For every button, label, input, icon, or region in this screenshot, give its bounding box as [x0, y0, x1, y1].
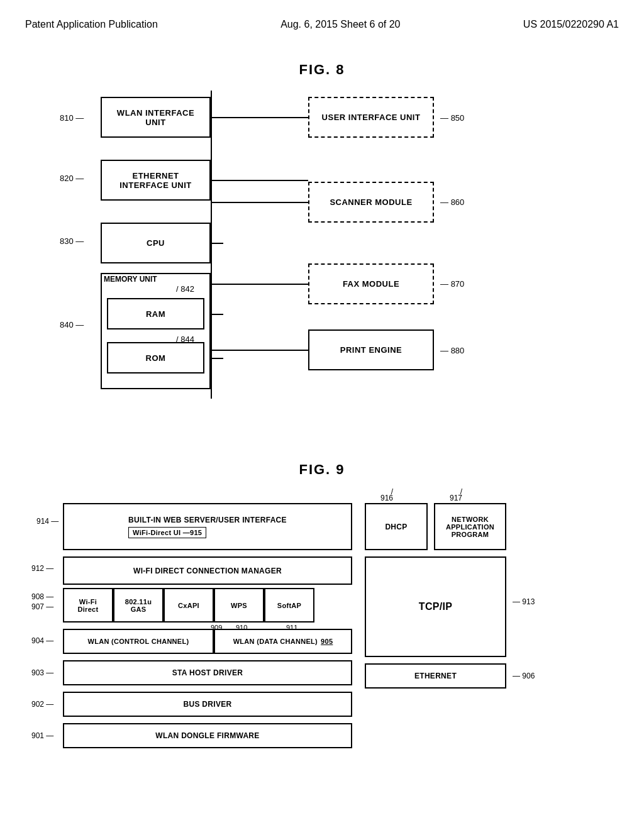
label-850: — 850 [440, 113, 464, 123]
fig9-80211u-box: 802.11u GAS [113, 588, 164, 622]
fig8-cpu-box: CPU [101, 223, 211, 263]
fig8-rom-box: ROM [107, 342, 204, 374]
fig8-diagram: WLAN INTERFACE UNIT ETHERNET INTERFACE U… [25, 91, 619, 443]
label-880: — 880 [440, 346, 464, 355]
fig9-dhcp-box: DHCP [365, 503, 428, 550]
header: Patent Application Publication Aug. 6, 2… [25, 13, 619, 43]
label-912: 912 — [31, 564, 53, 573]
fig9-title: FIG. 9 [25, 462, 619, 478]
fig9-softap-box: SoftAP [264, 588, 314, 622]
label-844: / 844 [176, 335, 194, 344]
page: Patent Application Publication Aug. 6, 2… [0, 0, 644, 830]
hline-cpu [211, 243, 223, 244]
fig9-cxapi-box: CxAPI [164, 588, 214, 622]
label-870: — 870 [440, 279, 464, 289]
fig9-wlan-data-box: WLAN (DATA CHANNEL) 905 [214, 629, 352, 654]
fig9-wifi-direct-cm-box: WI-FI DIRECT CONNECTION MANAGER [63, 556, 352, 585]
fig8-print-box: PRINT ENGINE [308, 329, 434, 370]
hline-to-print [212, 350, 308, 351]
header-left: Patent Application Publication [25, 19, 158, 30]
label-820: 820 — [60, 174, 84, 183]
fig9-wlan-dongle-box: WLAN DONGLE FIRMWARE [63, 723, 352, 748]
fig8-wlan-box: WLAN INTERFACE UNIT [101, 97, 211, 138]
hline-ethernet [211, 180, 308, 181]
fig9-bus-driver-box: BUS DRIVER [63, 692, 352, 717]
fig9-wps-box: WPS [214, 588, 264, 622]
label-901: 901 — [31, 731, 53, 740]
label-810: 810 — [60, 113, 84, 123]
hline-to-ui [212, 117, 308, 118]
header-center: Aug. 6, 2015 Sheet 6 of 20 [280, 19, 400, 30]
label-903: 903 — [31, 668, 53, 677]
hline-to-scanner [212, 202, 308, 203]
label-906: — 906 [513, 672, 535, 680]
fig8-ram-box: RAM [107, 298, 204, 329]
label-914: 914 — [36, 517, 58, 526]
fig8-scanner-box: SCANNER MODULE [308, 182, 434, 223]
fig8-ui-box: USER INTERFACE UNIT [308, 97, 434, 138]
fig8-title: FIG. 8 [25, 62, 619, 78]
fig8-fax-box: FAX MODULE [308, 263, 434, 304]
fig9-wifi-direct-ui-box: WiFi-Direct UI —915 [128, 527, 206, 538]
hline-ram [211, 314, 223, 315]
hline-rom [211, 358, 223, 359]
slash-917: / [450, 487, 462, 496]
fig9-builtin-web-box: BUILT-IN WEB SERVER/USER INTERFACE WiFi-… [63, 503, 352, 550]
fig9-diagram: 916 / 917 / DHCP NETWORK APPLICATION PRO… [25, 490, 619, 830]
fig8-center-line [211, 91, 212, 399]
fig9-tcp-ip-box: TCP/IP [365, 556, 506, 657]
label-840: 840 — [60, 320, 84, 329]
label-915: 915 [190, 529, 202, 536]
header-right: US 2015/0220290 A1 [523, 19, 619, 30]
fig9-sta-host-box: STA HOST DRIVER [63, 660, 352, 685]
label-908: 908 — [31, 592, 53, 601]
fig9-wifi-direct-box: Wi-Fi Direct [63, 588, 113, 622]
fig9-wlan-control-box: WLAN (CONTROL CHANNEL) [63, 629, 214, 654]
fig9-network-app-box: NETWORK APPLICATION PROGRAM [434, 503, 506, 550]
label-913: — 913 [513, 597, 535, 606]
fig8-ethernet-box: ETHERNET INTERFACE UNIT [101, 160, 211, 201]
label-907: 907 — [31, 602, 53, 611]
label-902: 902 — [31, 700, 53, 709]
fig8-memory-label: MEMORY UNIT [104, 275, 157, 284]
slash-916: / [380, 487, 393, 496]
label-842: / 842 [176, 284, 194, 294]
label-860: — 860 [440, 197, 464, 207]
hline-to-fax [212, 284, 308, 285]
label-904: 904 — [31, 636, 53, 645]
label-830: 830 — [60, 236, 84, 246]
fig9-ethernet-box: ETHERNET [365, 663, 506, 689]
